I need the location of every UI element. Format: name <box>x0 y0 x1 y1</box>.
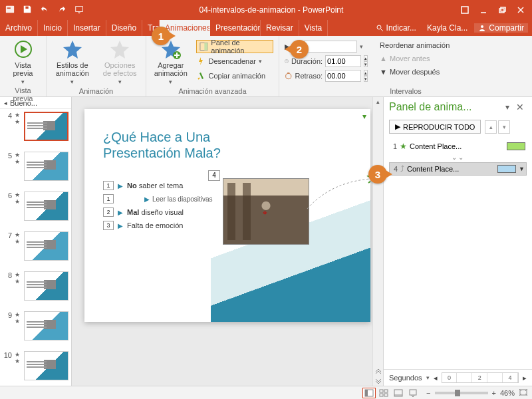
slide-title[interactable]: ¿Qué Hace a Una Presentación Mala? <box>103 129 263 161</box>
slide-thumbnails[interactable]: ◂Bueno... 4★★5★★6★★7★★8★★9★★10★★11★★ <box>0 97 72 386</box>
prev-slide-icon[interactable] <box>374 368 382 376</box>
thumbnail-7[interactable]: 7★★ <box>0 229 71 269</box>
star-icon <box>62 39 83 60</box>
svg-rect-24 <box>384 394 388 396</box>
tab-review[interactable]: Revisar <box>261 20 299 36</box>
effect-options-icon <box>109 39 130 60</box>
pane-icon <box>200 42 208 51</box>
thumbnail-5[interactable]: 5★★ <box>0 149 71 189</box>
effect-options-button: Opciones de efectos▾ <box>100 39 141 85</box>
move-after-button[interactable]: ▼Mover después <box>380 65 450 78</box>
image-anim-tag: 4 <box>208 170 220 181</box>
anim-item-1[interactable]: 1★Content Place... <box>389 140 527 152</box>
reorder-label: Reordenar animación <box>380 39 450 52</box>
add-animation-button[interactable]: Agregar animación▾ <box>152 39 190 85</box>
slide-image[interactable] <box>223 178 309 245</box>
next-slide-icon[interactable] <box>374 376 382 384</box>
callout-3: 3 <box>368 165 387 184</box>
tab-home[interactable]: Inicio <box>38 20 68 36</box>
close-icon[interactable] <box>513 3 528 17</box>
animation-list[interactable]: 1★Content Place...⌄⌄4⤴Content Place...▼ <box>384 136 532 180</box>
anim-item-4[interactable]: 4⤴Content Place...▼ <box>389 162 527 176</box>
pane-close-icon[interactable]: ✕ <box>513 102 527 112</box>
zoom-level[interactable]: 46% <box>500 389 515 397</box>
thumbnail-8[interactable]: 8★★ <box>0 269 71 309</box>
window-title: 04-intervalos-de-animacion - PowerPoint <box>89 5 454 15</box>
view-normal-icon[interactable] <box>362 388 376 398</box>
slide-editor[interactable]: ▾ ¿Qué Hace a Una Presentación Mala? 1▶N… <box>72 97 383 386</box>
svg-rect-22 <box>384 390 388 392</box>
svg-point-10 <box>377 25 381 29</box>
tab-view[interactable]: Vista <box>299 20 328 36</box>
timeline[interactable]: Segundos▾ ◂ 024 ▸ <box>384 369 532 386</box>
ribbon: Vista previa▾ Vista previa Estilos de an… <box>0 36 532 97</box>
motion-path-anchor[interactable] <box>263 208 269 215</box>
animation-pane-title: Panel de anima... <box>389 101 501 113</box>
delay-input[interactable] <box>325 70 361 82</box>
svg-rect-20 <box>365 390 368 396</box>
ribbon-tabs: Archivo Inicio Insertar Diseño Tra Anima… <box>0 20 532 36</box>
save-icon[interactable] <box>23 5 32 16</box>
ribbon-display-icon[interactable] <box>458 3 472 17</box>
svg-rect-21 <box>380 390 383 392</box>
svg-rect-1 <box>7 7 11 9</box>
view-sorter-icon[interactable] <box>377 388 390 398</box>
app-icon <box>5 5 15 16</box>
delay-field[interactable]: Retraso: ▴▾ <box>285 69 368 82</box>
pane-menu-icon[interactable]: ▾ <box>505 102 509 112</box>
redo-icon[interactable] <box>57 5 66 16</box>
svg-rect-4 <box>462 7 468 13</box>
tab-insert[interactable]: Insertar <box>68 20 106 36</box>
tab-design[interactable]: Diseño <box>106 20 142 36</box>
move-up-button[interactable]: ▴ <box>485 120 497 134</box>
group-animation: Animación <box>52 86 140 95</box>
svg-rect-3 <box>76 6 83 11</box>
slide-bullets[interactable]: 1▶No saber el tema 1▶Leer las diapositiv… <box>103 181 213 234</box>
start-slideshow-icon[interactable] <box>74 5 84 16</box>
animation-pane: Panel de anima... ▾ ✕ ▶REPRODUCIR TODO ▴… <box>383 97 532 386</box>
animation-pane-button[interactable]: Panel de animación <box>196 40 273 53</box>
view-reading-icon[interactable] <box>392 388 405 398</box>
preview-button[interactable]: Vista previa▾ <box>5 39 41 85</box>
move-before-button: ▲Mover antes <box>380 52 450 65</box>
view-slideshow-icon[interactable] <box>406 388 420 398</box>
group-preview: Vista previa <box>5 85 41 102</box>
tell-me[interactable]: Indicar... <box>372 23 420 33</box>
animation-styles-button[interactable]: Estilos de animación▾ <box>52 39 93 85</box>
group-timing: Intervalos <box>285 86 527 95</box>
zoom-out-icon[interactable]: − <box>426 389 430 397</box>
share-button[interactable]: Compartir <box>474 23 528 33</box>
svg-line-11 <box>381 29 383 31</box>
thumbnail-10[interactable]: 10★★ <box>0 348 71 386</box>
undo-icon[interactable] <box>40 5 49 16</box>
move-down-button[interactable]: ▾ <box>498 120 510 134</box>
expand-chevron[interactable]: ⌄⌄ <box>389 152 527 162</box>
svg-point-18 <box>286 74 291 79</box>
svg-rect-2 <box>25 6 28 9</box>
zoom-slider[interactable] <box>435 392 488 394</box>
slide-anim-indicator: ▾ <box>362 112 366 121</box>
animation-painter-button[interactable]: Copiar animación <box>196 69 273 82</box>
thumbnail-6[interactable]: 6★★ <box>0 189 71 229</box>
start-input[interactable] <box>304 41 357 53</box>
motion-path[interactable] <box>304 176 370 215</box>
svg-point-12 <box>481 25 483 28</box>
group-advanced-animation: Animación avanzada <box>152 86 273 95</box>
thumbnail-4[interactable]: 4★★ <box>0 109 71 149</box>
trigger-button[interactable]: Desencadenar▾ <box>196 55 273 68</box>
tab-file[interactable]: Archivo <box>0 20 38 36</box>
svg-rect-6 <box>499 9 504 13</box>
slide-canvas[interactable]: ▾ ¿Qué Hace a Una Presentación Mala? 1▶N… <box>84 109 370 322</box>
thumbnail-9[interactable]: 9★★ <box>0 309 71 348</box>
play-all-button[interactable]: ▶REPRODUCIR TODO <box>389 120 481 134</box>
tab-slideshow[interactable]: Presentación <box>210 20 261 36</box>
zoom-control[interactable]: − + 46% <box>426 388 528 398</box>
fit-icon[interactable] <box>519 388 528 398</box>
restore-icon[interactable] <box>495 3 509 17</box>
account-user[interactable]: Kayla Cla... <box>423 23 471 33</box>
minimize-icon[interactable] <box>476 3 491 17</box>
painter-icon <box>196 71 205 80</box>
zoom-in-icon[interactable]: + <box>492 389 496 397</box>
editor-scrollbar[interactable]: ▴ <box>372 97 383 386</box>
duration-input[interactable] <box>325 55 361 67</box>
